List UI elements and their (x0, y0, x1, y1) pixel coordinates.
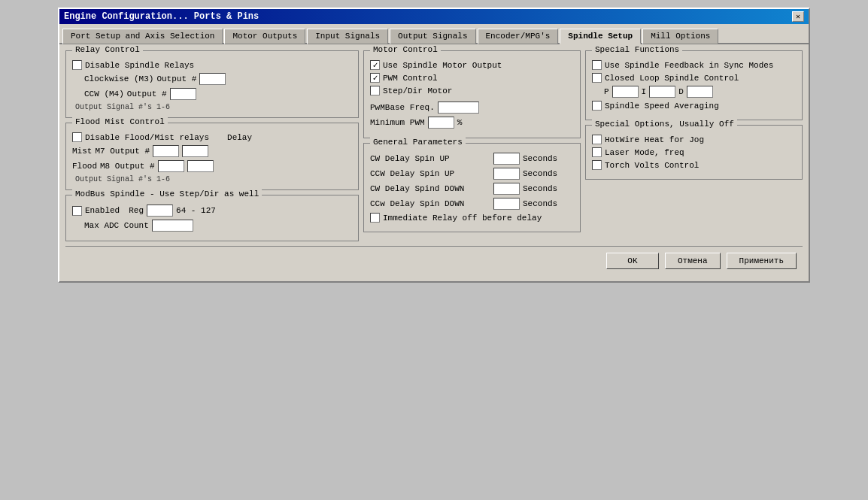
tab-port-setup[interactable]: Port Setup and Axis Selection (62, 29, 223, 44)
laser-checkbox[interactable] (592, 147, 602, 157)
min-pwm-input[interactable]: 0 (428, 117, 454, 129)
hotwire-row: HotWire Heat for Jog (592, 135, 796, 144)
closed-loop-label: Closed Loop Spindle Control (605, 74, 739, 83)
flood-delay-input[interactable]: 0 (187, 160, 214, 172)
disable-spindle-checkbox[interactable] (72, 60, 82, 70)
ccw-row: CCW (M4) Output # 2 (72, 88, 352, 100)
flood-label: Flood (72, 162, 97, 171)
max-adc-label: Max ADC Count (84, 221, 149, 230)
cw-row: Clockwise (M3) Output # 1 (72, 73, 352, 85)
torch-checkbox[interactable] (592, 160, 602, 170)
max-adc-input[interactable]: 16380 (152, 220, 193, 232)
d-label: D (678, 87, 684, 96)
flood-row: Flood M8 Output # 3 0 (72, 160, 352, 172)
bottom-bar: OK Отмена Применить (65, 246, 803, 275)
modbus-enabled-row: Enabled Reg 64 64 - 127 (72, 205, 352, 217)
flood-output-note: Output Signal #'s 1-6 (75, 175, 352, 183)
torch-label: Torch Volts Control (605, 161, 699, 170)
pwm-base-label: PwMBase Freq. (370, 103, 435, 112)
modbus-enabled-checkbox[interactable] (72, 206, 82, 216)
relay-control-group: Relay Control Disable Spindle Relays Clo… (65, 50, 359, 118)
mist-m-label: M7 Output # (95, 147, 150, 156)
motor-control-group: Motor Control Use Spindle Motor Output P… (363, 50, 581, 138)
tab-content: Relay Control Disable Spindle Relays Clo… (59, 44, 809, 281)
tab-mill-options[interactable]: Mill Options (642, 29, 718, 44)
modbus-reg-input[interactable]: 64 (147, 205, 173, 217)
flood-m-label: M8 Output # (100, 162, 155, 171)
immediate-relay-checkbox[interactable] (370, 213, 380, 223)
ccw-delay-up-unit: Seconds (523, 169, 557, 178)
feedback-checkbox[interactable] (592, 60, 602, 70)
right-column: Special Functions Use Spindle Feedback i… (585, 50, 803, 241)
modbus-max-adc-row: Max ADC Count 16380 (72, 220, 352, 232)
closed-loop-row: Closed Loop Spindle Control (592, 73, 796, 83)
ccw-delay-down-row: CCw Delay Spin DOWN 1 Seconds (370, 198, 574, 210)
mist-delay-input[interactable]: 0 (182, 145, 208, 157)
laser-label: Laser Mode, freq (605, 148, 684, 157)
immediate-relay-row: Immediate Relay off before delay (370, 213, 574, 223)
modbus-reg-range: 64 - 127 (176, 206, 216, 215)
use-spindle-checkbox[interactable] (370, 60, 380, 70)
feedback-row: Use Spindle Feedback in Sync Modes (592, 60, 796, 70)
pwm-control-row: PWM Control (370, 73, 574, 83)
ccw-delay-down-input[interactable]: 1 (493, 198, 520, 210)
averaging-row: Spindle Speed Averaging (592, 101, 796, 111)
p-input[interactable]: 0.25 (612, 86, 639, 98)
cw-output-input[interactable]: 1 (199, 73, 226, 85)
ccw-delay-up-label: CCW Delay Spin UP (370, 169, 490, 178)
ccw-label: CCW (M4) (84, 89, 124, 98)
mist-row: Mist M7 Output # 4 0 (72, 145, 352, 157)
step-dir-checkbox[interactable] (370, 86, 380, 95)
flood-output-input[interactable]: 3 (158, 160, 184, 172)
pwm-control-label: PWM Control (383, 74, 438, 83)
averaging-label: Spindle Speed Averaging (605, 102, 719, 111)
hotwire-label: HotWire Heat for Jog (605, 135, 704, 144)
special-functions-title: Special Functions (592, 45, 682, 54)
tabs-bar: Port Setup and Axis Selection Motor Outp… (59, 24, 809, 44)
tab-encoder-mpg[interactable]: Encoder/MPG's (478, 29, 559, 44)
relay-control-title: Relay Control (72, 45, 143, 54)
mist-output-input[interactable]: 4 (153, 145, 179, 157)
window-title: Engine Configuration... Ports & Pins (64, 11, 259, 22)
cancel-button[interactable]: Отмена (665, 253, 721, 269)
ccw-delay-up-input[interactable]: 5 (493, 168, 520, 180)
cw-delay-down-label: CW Delay Spind DOWN (370, 184, 490, 193)
tab-output-signals[interactable]: Output Signals (390, 29, 475, 44)
tab-input-signals[interactable]: Input Signals (307, 29, 388, 44)
cw-delay-down-input[interactable]: 1 (493, 183, 520, 195)
apply-button[interactable]: Применить (727, 253, 797, 269)
disable-flood-row: Disable Flood/Mist relays Delay (72, 132, 352, 142)
special-options-group: Special Options, Usually Off HotWire Hea… (585, 125, 803, 180)
i-label: I (642, 87, 647, 96)
tab-spindle-setup[interactable]: Spindle Setup (560, 29, 641, 44)
disable-flood-checkbox[interactable] (72, 132, 82, 142)
ccw-delay-up-row: CCW Delay Spin UP 5 Seconds (370, 168, 574, 180)
closed-loop-checkbox[interactable] (592, 73, 602, 83)
flood-mist-group: Flood Mist Control Disable Flood/Mist re… (65, 123, 359, 190)
use-spindle-label: Use Spindle Motor Output (383, 61, 502, 70)
motor-control-title: Motor Control (370, 45, 441, 54)
cw-delay-up-input[interactable]: 5 (493, 153, 520, 165)
general-parameters-group: General Parameters CW Delay Spin UP 5 Se… (363, 143, 581, 232)
i-input[interactable]: 1 (649, 86, 675, 98)
close-button[interactable]: ✕ (792, 11, 804, 22)
tab-motor-outputs[interactable]: Motor Outputs (224, 29, 305, 44)
averaging-checkbox[interactable] (592, 101, 602, 111)
special-options-title: Special Options, Usually Off (592, 120, 737, 129)
p-label: P (604, 87, 609, 96)
disable-flood-label: Disable Flood/Mist relays (85, 133, 209, 142)
flood-mist-title: Flood Mist Control (72, 117, 168, 126)
cw-delay-up-label: CW Delay Spin UP (370, 154, 490, 163)
main-section: Relay Control Disable Spindle Relays Clo… (65, 50, 803, 241)
general-parameters-title: General Parameters (370, 138, 466, 147)
hotwire-checkbox[interactable] (592, 135, 602, 144)
cw-output-label: Output # (156, 74, 196, 83)
disable-spindle-row: Disable Spindle Relays (72, 60, 352, 70)
ok-button[interactable]: OK (606, 253, 659, 269)
d-input[interactable]: 0.3 (687, 86, 713, 98)
pwm-base-input[interactable]: 2000 (438, 102, 479, 114)
cw-delay-up-row: CW Delay Spin UP 5 Seconds (370, 153, 574, 165)
left-column: Relay Control Disable Spindle Relays Clo… (65, 50, 359, 241)
ccw-output-input[interactable]: 2 (170, 88, 196, 100)
pwm-control-checkbox[interactable] (370, 73, 380, 83)
